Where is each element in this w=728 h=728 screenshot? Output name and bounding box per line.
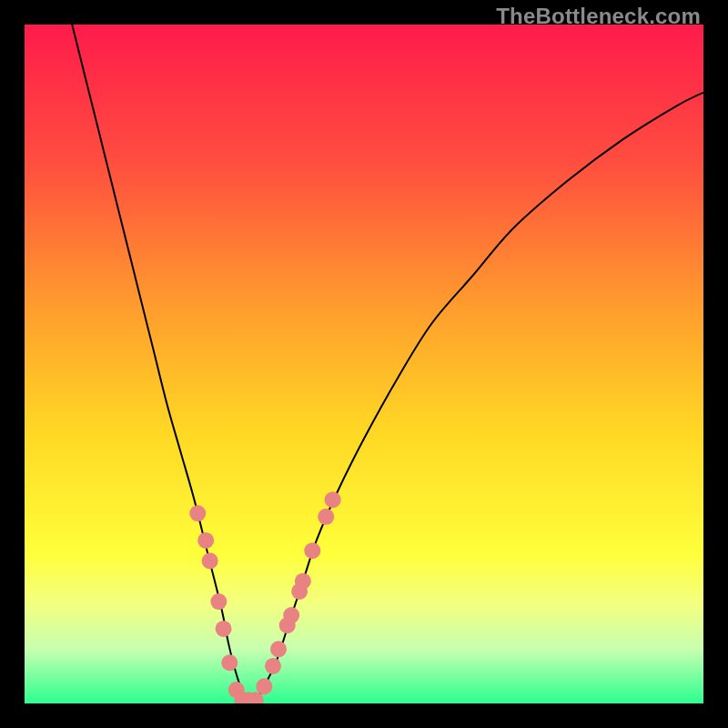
highlight-dot: [210, 593, 227, 610]
highlight-dot: [304, 542, 320, 559]
bottleneck-chart: [25, 25, 703, 703]
highlight-dot: [283, 607, 299, 623]
gradient-background: [25, 25, 703, 703]
highlight-dot: [189, 505, 206, 521]
chart-frame: [25, 25, 703, 703]
highlight-dot: [318, 509, 334, 525]
highlight-dot: [270, 641, 287, 657]
highlight-dot: [256, 678, 272, 694]
highlight-dot: [216, 621, 232, 637]
highlight-dot: [325, 491, 341, 508]
highlight-dot: [295, 573, 311, 590]
highlight-dot: [221, 654, 238, 671]
highlight-dot: [197, 532, 214, 549]
highlight-dot: [202, 552, 218, 569]
highlight-dot: [265, 658, 281, 674]
